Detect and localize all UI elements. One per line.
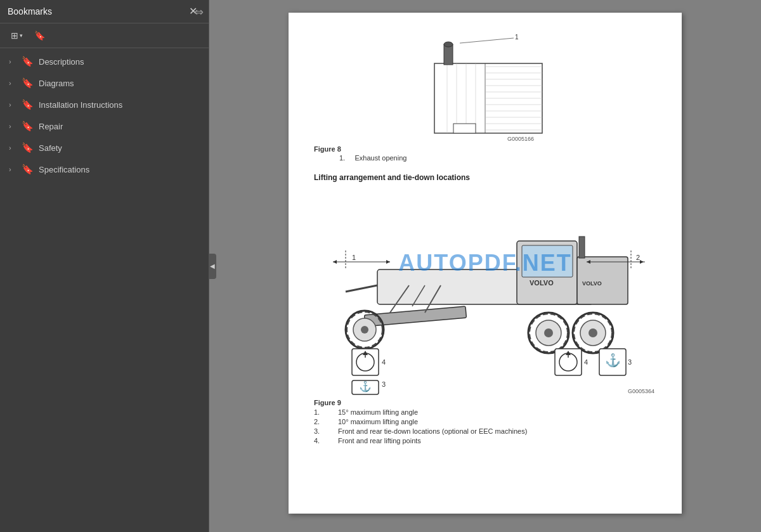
grid-icon: ⊞ xyxy=(11,30,18,41)
sidebar-item-diagrams[interactable]: › 🔖 Diagrams xyxy=(0,72,209,94)
main-content: AUTOPDF.NET xyxy=(209,0,761,532)
figure-9-item-4: 4. Front and rear lifting points xyxy=(314,437,656,444)
svg-text:⚓: ⚓ xyxy=(359,380,372,393)
item-text: Front and rear lifting points xyxy=(338,437,421,444)
collapse-sidebar-handle[interactable]: ◀ xyxy=(209,254,216,279)
svg-rect-26 xyxy=(522,245,573,277)
bookmark-icon: 🔖 xyxy=(34,30,45,41)
sidebar-item-label: Repair xyxy=(39,122,63,131)
item-num: 3. xyxy=(314,427,325,435)
svg-text:1: 1 xyxy=(352,254,356,261)
section-heading: Lifting arrangement and tie-down locatio… xyxy=(314,173,656,182)
figure-9-image: VOLVO VOLVO 1 2 xyxy=(314,187,656,396)
chevron-right-icon: › xyxy=(9,79,18,87)
sidebar-item-repair[interactable]: › 🔖 Repair xyxy=(0,115,209,137)
bookmark-item-icon: 🔖 xyxy=(22,99,34,110)
document-page: AUTOPDF.NET xyxy=(289,13,682,514)
toolbar: ⊞ ▾ 🔖 ⇔ xyxy=(0,23,209,48)
sidebar-header: Bookmarks ✕ xyxy=(0,0,209,23)
item-num: 1. xyxy=(314,408,325,416)
sidebar-item-installation-instructions[interactable]: › 🔖 Installation Instructions xyxy=(0,94,209,115)
chevron-right-icon: › xyxy=(9,122,18,130)
bookmark-item-icon: 🔖 xyxy=(22,77,34,89)
svg-point-39 xyxy=(544,328,553,337)
sidebar: Bookmarks ✕ ⊞ ▾ 🔖 ⇔ › 🔖 Descriptions › 🔖… xyxy=(0,0,209,532)
item-num: 1. xyxy=(339,154,353,162)
figure-9-section: VOLVO VOLVO 1 2 xyxy=(314,187,656,444)
figure-9-caption: Figure 9 xyxy=(314,399,656,406)
figure-9-item-2: 2. 10° maximum lifting angle xyxy=(314,418,656,425)
svg-point-35 xyxy=(361,326,368,334)
sidebar-item-descriptions[interactable]: › 🔖 Descriptions xyxy=(0,51,209,72)
figure-8-item-1: 1. Exhaust opening xyxy=(339,154,656,162)
figure-8-section: 1 G0005166 Figure 8 1. Exhaust opening xyxy=(314,32,656,162)
chevron-right-icon: › xyxy=(9,165,18,173)
svg-point-19 xyxy=(444,42,453,47)
sidebar-item-label: Safety xyxy=(39,143,62,153)
svg-rect-47 xyxy=(579,237,585,258)
svg-text:G0005166: G0005166 xyxy=(507,136,534,142)
grader-lifting-svg: VOLVO VOLVO 1 2 xyxy=(314,187,656,396)
figure-9-item-1: 1. 15° maximum lifting angle xyxy=(314,408,656,416)
chevron-right-icon: › xyxy=(9,101,18,108)
bookmark-item-icon: 🔖 xyxy=(22,164,34,175)
sidebar-item-label: Specifications xyxy=(39,165,89,174)
chevron-right-icon: › xyxy=(9,144,18,152)
expand-view-button[interactable]: ⊞ ▾ xyxy=(6,27,27,44)
svg-point-43 xyxy=(589,328,597,337)
item-text: Exhaust opening xyxy=(354,154,407,162)
bookmark-list: › 🔖 Descriptions › 🔖 Diagrams › 🔖 Instal… xyxy=(0,48,209,532)
item-num: 4. xyxy=(314,437,325,444)
bookmark-button[interactable]: 🔖 xyxy=(30,27,49,44)
figure-9-item-3: 3. Front and rear tie-down locations (op… xyxy=(314,427,656,435)
sidebar-item-label: Installation Instructions xyxy=(39,100,122,110)
svg-text:VOLVO: VOLVO xyxy=(582,280,602,287)
svg-text:VOLVO: VOLVO xyxy=(530,279,554,287)
item-text: 15° maximum lifting angle xyxy=(338,408,418,416)
sidebar-title: Bookmarks xyxy=(8,6,52,16)
svg-text:⚓: ⚓ xyxy=(605,353,621,368)
svg-rect-18 xyxy=(444,44,453,65)
dropdown-arrow: ▾ xyxy=(20,32,23,39)
item-text: Front and rear tie-down locations (optio… xyxy=(338,427,527,435)
sidebar-item-safety[interactable]: › 🔖 Safety xyxy=(0,137,209,159)
sidebar-item-specifications[interactable]: › 🔖 Specifications xyxy=(0,159,209,180)
svg-text:3: 3 xyxy=(628,358,632,366)
item-text: 10° maximum lifting angle xyxy=(338,418,418,425)
svg-line-20 xyxy=(460,38,514,43)
svg-text:4: 4 xyxy=(382,358,386,366)
bookmark-item-icon: 🔖 xyxy=(22,142,34,153)
figure-8-image: 1 G0005166 xyxy=(314,32,656,143)
item-num: 2. xyxy=(314,418,325,425)
figure-8-caption: Figure 8 xyxy=(314,145,656,153)
svg-text:G0005364: G0005364 xyxy=(628,388,654,394)
bookmark-item-icon: 🔖 xyxy=(22,56,34,67)
svg-text:3: 3 xyxy=(382,380,386,388)
sidebar-item-label: Descriptions xyxy=(39,57,84,67)
svg-text:2: 2 xyxy=(636,254,640,261)
bookmark-item-icon: 🔖 xyxy=(22,120,34,132)
resize-handle-icon[interactable]: ⇔ xyxy=(194,5,204,19)
chevron-right-icon: › xyxy=(9,58,18,65)
svg-text:4: 4 xyxy=(584,358,588,366)
svg-rect-17 xyxy=(453,124,476,133)
exhaust-opening-svg: 1 G0005166 xyxy=(409,32,561,143)
svg-text:1: 1 xyxy=(515,34,519,41)
sidebar-item-label: Diagrams xyxy=(39,79,74,88)
